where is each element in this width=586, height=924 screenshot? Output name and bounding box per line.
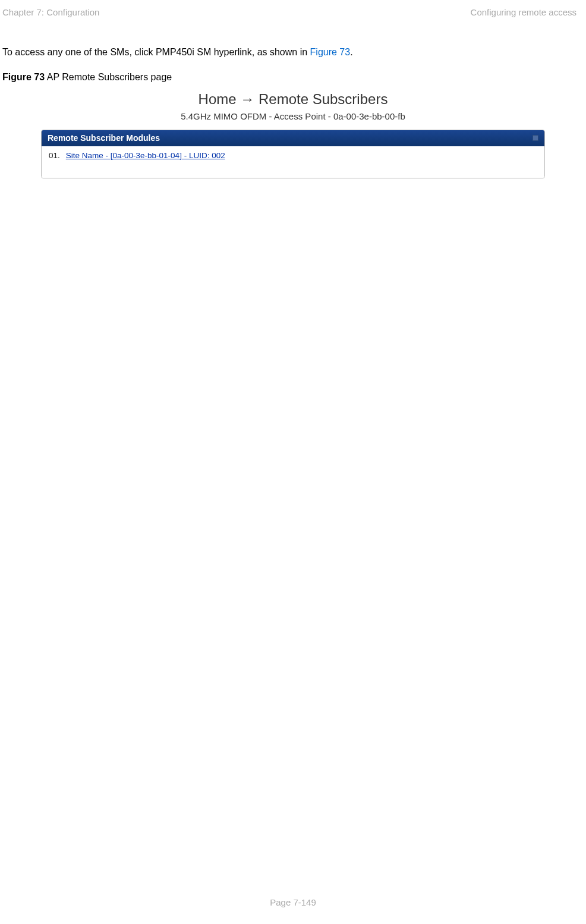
- panel-collapse-icon[interactable]: [533, 135, 538, 141]
- figure-reference-link[interactable]: Figure 73: [310, 47, 351, 57]
- device-subtitle: 5.4GHz MIMO OFDM - Access Point - 0a-00-…: [2, 111, 584, 121]
- page-number: Page 7-149: [270, 897, 316, 907]
- panel-body: 01. Site Name - [0a-00-3e-bb-01-04] - LU…: [42, 146, 544, 178]
- page-footer: Page 7-149: [0, 897, 586, 907]
- list-item: 01. Site Name - [0a-00-3e-bb-01-04] - LU…: [49, 151, 537, 160]
- breadcrumb: Home → Remote Subscribers: [2, 91, 584, 108]
- chapter-title: Chapter 7: Configuration: [2, 7, 99, 17]
- panel-title: Remote Subscriber Modules: [48, 133, 160, 143]
- figure-caption: Figure 73 AP Remote Subscribers page: [2, 72, 584, 83]
- intro-text-before: To access any one of the SMs, click PMP4…: [2, 47, 310, 57]
- page-header: Chapter 7: Configuration Configuring rem…: [0, 0, 586, 17]
- section-title: Configuring remote access: [471, 7, 576, 17]
- intro-paragraph: To access any one of the SMs, click PMP4…: [2, 47, 584, 58]
- figure-label: Figure 73: [2, 72, 45, 82]
- subscriber-link[interactable]: Site Name - [0a-00-3e-bb-01-04] - LUID: …: [66, 151, 225, 160]
- page-content: To access any one of the SMs, click PMP4…: [0, 17, 586, 178]
- panel-header: Remote Subscriber Modules: [42, 130, 544, 146]
- list-item-number: 01.: [49, 151, 60, 160]
- figure-caption-text: AP Remote Subscribers page: [45, 72, 172, 82]
- remote-subscriber-panel: Remote Subscriber Modules 01. Site Name …: [41, 130, 545, 178]
- intro-text-after: .: [350, 47, 352, 57]
